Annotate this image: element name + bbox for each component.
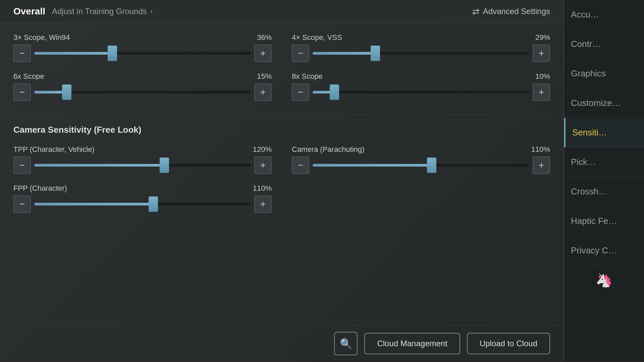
sidebar-item-accu[interactable]: Accu… [564,0,644,29]
slider-decrease-btn[interactable]: − [13,45,31,62]
sidebar: Accu…Contr…GraphicsCustomize…Sensiti…Pic… [564,0,644,362]
slider-label-row: 6x Scope 15% [13,72,272,81]
sidebar-item-privacy[interactable]: Privacy C… [564,236,644,265]
slider-thumb[interactable] [371,46,380,61]
slider-label-row: TPP (Character, Vehicle) 120% [13,145,272,154]
slider-value: 29% [535,33,550,42]
logo-icon: 🦄 [596,272,612,288]
slider-control: − + [13,195,272,213]
sidebar-item-haptic[interactable]: Haptic Fe… [564,206,644,236]
slider-label-row: 8x Scope 10% [292,72,550,81]
slider-increase-btn[interactable]: + [533,157,550,174]
slider-label-row: Camera (Parachuting) 110% [292,145,550,154]
slider-fill [313,52,375,55]
slider-label-row: FPP (Character) 110% [13,184,272,193]
slider-thumb[interactable] [108,46,117,61]
slider-increase-btn[interactable]: + [254,157,272,174]
slider-increase-btn[interactable]: + [254,83,272,101]
slider-track-container[interactable] [34,45,251,62]
slider-track [313,52,529,55]
slider-item-fpp_character: FPP (Character) 110% − + [13,184,272,213]
slider-fill [34,52,112,55]
content-area: 3× Scope, Win94 36% − + 4× Scope, VSS 29… [0,23,564,325]
slider-value: 110% [531,145,550,154]
search-button[interactable]: 🔍 [334,332,358,355]
slider-increase-btn[interactable]: + [533,45,550,62]
slider-fill [313,164,432,167]
tab-overall[interactable]: Overall [13,6,45,17]
slider-track-container[interactable] [34,157,251,174]
slider-value: 36% [257,33,272,42]
upload-to-cloud-button[interactable]: Upload to Cloud [467,333,550,354]
slider-thumb[interactable] [149,196,158,212]
sidebar-item-pick[interactable]: Pick… [564,147,644,177]
main-content: Overall Adjust in Training Grounds › ⇄ A… [0,0,564,362]
sidebar-item-contr[interactable]: Contr… [564,29,644,59]
bottom-bar: 🔍 Cloud Management Upload to Cloud [0,325,564,362]
slider-track-container[interactable] [34,83,251,101]
slider-thumb[interactable] [62,84,71,100]
advanced-settings-btn[interactable]: ⇄ Advanced Settings [472,6,550,17]
slider-track [313,164,529,167]
slider-track [34,164,251,167]
slider-control: − + [292,83,550,101]
slider-decrease-btn[interactable]: − [292,83,309,101]
slider-item-scope8x: 8x Scope 10% − + [292,72,550,101]
slider-control: − + [292,45,550,62]
camera-section-title: Camera Sensitivity (Free Look) [13,125,550,135]
slider-label: FPP (Character) [13,184,67,193]
slider-label-row: 3× Scope, Win94 36% [13,33,272,42]
slider-track-container[interactable] [313,157,529,174]
slider-item-scope6x: 6x Scope 15% − + [13,72,272,101]
header: Overall Adjust in Training Grounds › ⇄ A… [0,0,564,23]
slider-thumb[interactable] [427,158,436,173]
slider-track-container[interactable] [34,195,251,213]
slider-item-scope4x_vss: 4× Scope, VSS 29% − + [292,33,550,62]
slider-track [34,52,251,55]
search-icon: 🔍 [340,338,352,350]
slider-label: TPP (Character, Vehicle) [13,145,95,154]
slider-track [313,91,529,94]
header-arrow-icon: › [150,7,153,16]
sidebar-item-customize[interactable]: Customize… [564,88,644,118]
slider-track-container[interactable] [313,45,529,62]
slider-increase-btn[interactable]: + [533,83,550,101]
slider-value: 15% [257,72,272,81]
sidebar-item-graphics[interactable]: Graphics [564,59,644,88]
camera-sensitivity-section: Camera Sensitivity (Free Look) TPP (Char… [13,125,550,213]
slider-label-row: 4× Scope, VSS 29% [292,33,550,42]
slider-track-container[interactable] [313,83,529,101]
slider-thumb[interactable] [330,84,339,100]
slider-value: 10% [535,72,550,81]
slider-increase-btn[interactable]: + [254,195,272,213]
slider-label: 3× Scope, Win94 [13,33,70,42]
slider-decrease-btn[interactable]: − [13,157,31,174]
scope-sliders-grid: 3× Scope, Win94 36% − + 4× Scope, VSS 29… [13,33,550,101]
slider-item-tpp_char_vehicle: TPP (Character, Vehicle) 120% − + [13,145,272,174]
slider-label: 4× Scope, VSS [292,33,342,42]
slider-item-camera_parachuting: Camera (Parachuting) 110% − + [292,145,550,174]
slider-control: − + [13,83,272,101]
slider-decrease-btn[interactable]: − [13,195,31,213]
slider-decrease-btn[interactable]: − [13,83,31,101]
slider-control: − + [292,157,550,174]
slider-track [34,91,251,94]
advanced-settings-icon: ⇄ [472,6,480,17]
scope-sensitivity-section: 3× Scope, Win94 36% − + 4× Scope, VSS 29… [13,33,550,101]
sidebar-item-sensitivity[interactable]: Sensiti… [564,118,644,147]
camera-sliders-grid: TPP (Character, Vehicle) 120% − + Camera… [13,145,550,213]
slider-track [34,203,251,205]
slider-label: Camera (Parachuting) [292,145,364,154]
slider-value: 120% [253,145,272,154]
slider-thumb[interactable] [160,158,169,173]
slider-decrease-btn[interactable]: − [292,157,309,174]
slider-increase-btn[interactable]: + [254,45,272,62]
sidebar-item-crossh[interactable]: Crossh… [564,177,644,206]
slider-item-scope3x_win94: 3× Scope, Win94 36% − + [13,33,272,62]
tab-training[interactable]: Adjust in Training Grounds [52,7,147,16]
cloud-management-button[interactable]: Cloud Management [364,333,460,354]
slider-control: − + [13,45,272,62]
section-divider [13,114,550,115]
slider-fill [34,164,164,167]
slider-decrease-btn[interactable]: − [292,45,309,62]
